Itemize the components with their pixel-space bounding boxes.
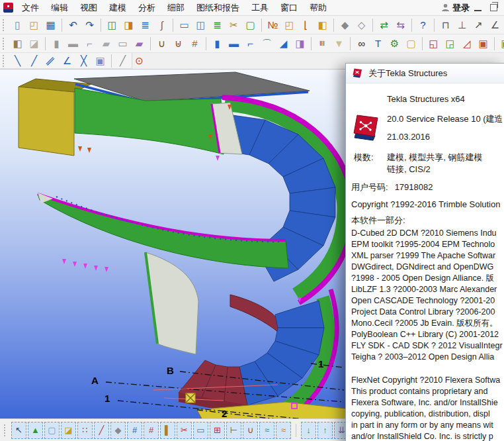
measure-angle-button[interactable]: ∠ xyxy=(487,17,503,33)
open-model-button[interactable]: ◰ xyxy=(26,17,42,33)
restore-window-button[interactable] xyxy=(490,4,497,11)
import-model-button[interactable]: ⇄ xyxy=(376,17,392,33)
menu-view[interactable]: 视图 xyxy=(74,0,103,16)
export-model-button[interactable]: ⇆ xyxy=(392,17,409,33)
copy-properties-button[interactable]: ≣ xyxy=(137,17,153,33)
clip-plane-button[interactable]: ◱ xyxy=(425,36,442,52)
snap-extensions-button[interactable]: ╳ xyxy=(75,53,92,69)
grid-line-button[interactable]: ⊥ xyxy=(454,17,470,33)
copy-button[interactable]: ◫ xyxy=(104,17,120,33)
report-button[interactable]: ∫ xyxy=(153,17,170,33)
snap-end-points-button[interactable]: ╱ xyxy=(26,53,42,69)
select-views-button[interactable]: ▭ xyxy=(193,422,208,439)
phases-button[interactable]: ◰ xyxy=(281,17,298,33)
part-eraser-button[interactable]: ◪ xyxy=(26,36,42,52)
find-objects-button[interactable]: ∞ xyxy=(353,36,370,52)
toolbar-drag-handle[interactable] xyxy=(3,38,7,50)
work-area-button[interactable]: ⌊ xyxy=(298,17,314,33)
select-grid-lines-button[interactable]: # xyxy=(144,422,159,439)
bolt-button[interactable]: ∪ xyxy=(153,36,170,52)
snap-reference-line-button[interactable]: ╱ xyxy=(114,53,131,69)
view-plane-button[interactable]: T xyxy=(370,36,386,52)
select-bolt-groups-button[interactable]: ⊢ xyxy=(226,422,241,439)
login-button[interactable]: 登录 xyxy=(441,2,470,14)
cut-button[interactable]: ✂ xyxy=(226,17,242,33)
select-components-button[interactable]: ▲ xyxy=(28,422,43,439)
menu-tools[interactable]: 工具 xyxy=(245,0,274,16)
snap-center-button[interactable]: ⊙ xyxy=(131,53,147,69)
menu-edit[interactable]: 编辑 xyxy=(45,0,74,16)
rebar-group-button[interactable]: ≡ xyxy=(314,36,331,52)
select-assemblies-button[interactable]: ⊞ xyxy=(210,422,225,439)
stud-bolt-button[interactable]: ⊎ xyxy=(170,36,187,52)
components-catalog-button[interactable]: ⚙ xyxy=(386,36,403,52)
measure-distance-button[interactable]: ↗ xyxy=(470,17,487,33)
menu-help[interactable]: 帮助 xyxy=(304,0,333,16)
select-single-bolts-button[interactable]: ∪ xyxy=(243,422,258,439)
select-cuts-button[interactable]: ✂ xyxy=(177,422,192,439)
area-select-button[interactable]: ▢ xyxy=(242,17,259,33)
select-objects-in-components-button[interactable]: ↓ xyxy=(301,422,316,439)
steel-column-button[interactable]: ▮ xyxy=(209,36,226,52)
paste-button[interactable]: ◨ xyxy=(120,17,137,33)
brick-button[interactable]: ▰ xyxy=(131,36,147,52)
toolbar-drag-handle[interactable] xyxy=(3,19,7,31)
fit-work-area-button[interactable]: ▣ xyxy=(497,36,504,52)
create-grid-button[interactable]: ⊓ xyxy=(437,17,454,33)
numbering-button[interactable]: № xyxy=(265,17,281,33)
work-plane-button[interactable]: ▢ xyxy=(403,36,419,52)
concrete-panel-button[interactable]: ▭ xyxy=(114,36,131,52)
menu-analysis[interactable]: 分析 xyxy=(132,0,161,16)
create-part-button[interactable]: ◧ xyxy=(9,36,26,52)
clip-plane-view-button[interactable]: ◲ xyxy=(442,36,458,52)
move-point-button[interactable]: ◇ xyxy=(353,17,370,33)
create-point-button[interactable]: ◆ xyxy=(337,17,353,33)
select-points-button[interactable]: ∷ xyxy=(77,422,93,439)
view-box-button[interactable]: ◧ xyxy=(314,17,331,33)
twin-profile-button[interactable]: ◢ xyxy=(275,36,292,52)
menu-modeling[interactable]: 建模 xyxy=(103,0,132,16)
menu-detailing[interactable]: 细部 xyxy=(161,0,190,16)
minimize-window-button[interactable] xyxy=(474,3,482,11)
save-model-button[interactable]: ▦ xyxy=(42,17,59,33)
steel-beam-button[interactable]: ▬ xyxy=(226,36,242,52)
select-all-button[interactable]: ↖ xyxy=(11,422,26,439)
redo-button[interactable]: ↷ xyxy=(81,17,98,33)
concrete-polybeam-button[interactable]: ⌐ xyxy=(81,36,98,52)
snap-points-button[interactable]: ╲ xyxy=(9,53,26,69)
new-window-button[interactable]: ▭ xyxy=(176,17,192,33)
split-window-button[interactable]: ◫ xyxy=(192,17,209,33)
steel-polybeam-button[interactable]: ⌐ xyxy=(242,36,259,52)
toolbar-drag-handle[interactable] xyxy=(3,55,7,67)
select-grids-button[interactable]: # xyxy=(127,422,142,439)
surface-treatment-button[interactable]: ▼ xyxy=(331,36,347,52)
select-lines-button[interactable]: ╱ xyxy=(94,422,109,439)
snap-intersections-button[interactable]: ∥ xyxy=(42,53,59,69)
concrete-column-button[interactable]: ▮ xyxy=(48,36,65,52)
about-dialog-titlebar[interactable]: 关于Tekla Structures xyxy=(346,64,504,83)
new-model-button[interactable]: ▯ xyxy=(9,17,26,33)
list-button[interactable]: ≣ xyxy=(209,17,226,33)
snap-perpendicular-button[interactable]: ∠ xyxy=(59,53,75,69)
corner-cut-button[interactable]: ◿ xyxy=(458,36,475,52)
concrete-slab-button[interactable]: ▰ xyxy=(98,36,114,52)
select-cast-units-button[interactable]: ≈ xyxy=(259,422,274,439)
select-reinforcement-button[interactable]: ≈ xyxy=(276,422,291,439)
curved-beam-button[interactable]: ⌒ xyxy=(259,36,275,52)
inquire-object-button[interactable]: ? xyxy=(415,17,431,33)
select-welds-button[interactable]: ◆ xyxy=(110,422,126,439)
weld-mesh-button[interactable]: # xyxy=(187,36,203,52)
snap-nearest-button[interactable]: ▣ xyxy=(92,53,108,69)
dashed-select-button[interactable]: ▣ xyxy=(475,36,491,52)
select-parts-button[interactable]: ▢ xyxy=(44,422,60,439)
menu-window[interactable]: 窗口 xyxy=(274,0,304,16)
menu-drawings-reports[interactable]: 图纸和报告 xyxy=(190,0,245,16)
select-surfaces-button[interactable]: ◪ xyxy=(61,422,76,439)
select-joints-button[interactable]: ▌ xyxy=(160,422,175,439)
menu-file[interactable]: 文件 xyxy=(16,0,45,16)
concrete-beam-button[interactable]: ▬ xyxy=(65,36,81,52)
select-components-up-button[interactable]: ↑ xyxy=(317,422,333,439)
toolbar-drag-handle[interactable] xyxy=(4,424,8,436)
undo-button[interactable]: ↶ xyxy=(65,17,81,33)
steel-item-button[interactable]: ◨ xyxy=(292,36,308,52)
